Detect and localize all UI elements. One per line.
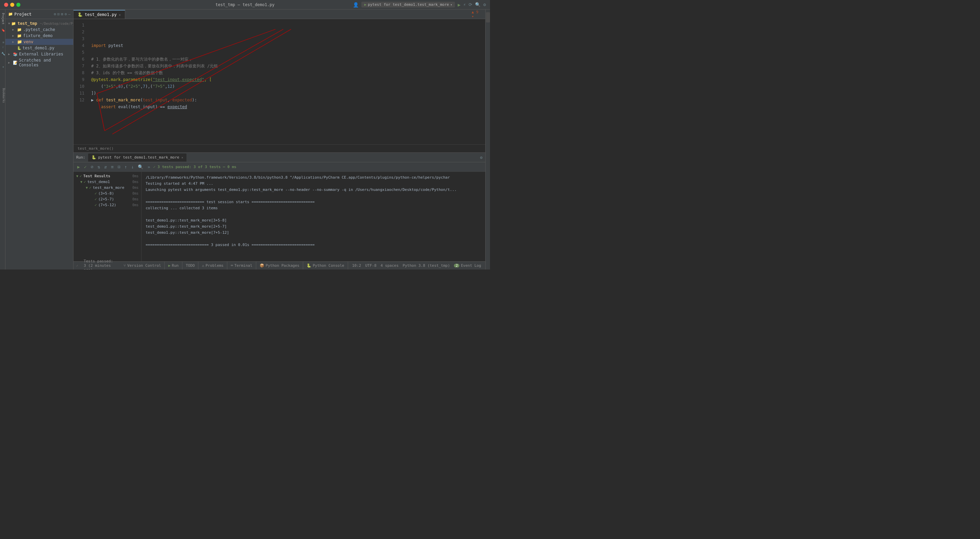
- test-results-header[interactable]: ▼ ✓ Test Results 0ms: [73, 173, 141, 179]
- python-version[interactable]: Python 3.8 (test_tmp): [402, 263, 450, 268]
- debug-icon[interactable]: ⟳: [469, 2, 472, 7]
- test-header-check: ✓: [80, 174, 82, 178]
- test-label-3: (3+5-8): [98, 191, 114, 196]
- line-numbers: 1 2 3 4 5 6 7 8 9 10 11 12: [73, 19, 87, 144]
- tab-test-demo1[interactable]: 🐍 test_demo1.py ✕: [73, 10, 125, 19]
- tree-item-venv[interactable]: ▶ 📁 venv: [5, 39, 73, 45]
- test-item-2+5[interactable]: ▶ ✓ (2+5-7) 0ms: [73, 196, 141, 202]
- run-panel: Run: 🐍 pytest for test_demo1.test_mark_m…: [73, 153, 485, 261]
- tree-item-root[interactable]: ▼ 📁 test_tmp ~/Desktop/code/Python/testP…: [5, 21, 73, 27]
- tree-item-ext-libs[interactable]: ▶ 📚 External Libraries: [5, 51, 73, 57]
- test-header-time: 0ms: [132, 174, 138, 178]
- sidebar-icon-favorites[interactable]: ★: [0, 64, 5, 69]
- run-expand-btn[interactable]: ⊡: [117, 164, 121, 170]
- search-icon-top[interactable]: 🔍: [475, 2, 480, 7]
- run-down-btn[interactable]: ↓: [130, 164, 135, 170]
- test-header-expand: ▼: [76, 174, 78, 178]
- panel-icon-hide[interactable]: —: [68, 12, 70, 16]
- code-content[interactable]: import pytest # 1、参数化的名字，要与方法中的参数名，一一对应，…: [87, 19, 485, 144]
- run-filter-btn[interactable]: ≡: [110, 164, 115, 170]
- run-search-btn[interactable]: 🔍: [137, 164, 144, 170]
- breadcrumb-text: test_mark_more(): [78, 146, 114, 151]
- run-sort2-btn[interactable]: ⇵: [103, 164, 108, 170]
- terminal-icon: ⌨: [231, 263, 233, 268]
- tree-item-scratches[interactable]: ▶ 📝 Scratches and Consoles: [5, 57, 73, 68]
- run-settings-icon[interactable]: ⚙: [480, 155, 482, 160]
- folder-icon-root: 📁: [11, 21, 16, 26]
- tab-label: test_demo1.py: [85, 12, 117, 17]
- minimize-button[interactable]: [10, 3, 14, 7]
- status-tab-terminal[interactable]: ⌨ Terminal: [227, 262, 256, 270]
- encoding: UTF-8: [365, 263, 376, 268]
- window-title: test_tmp – test_demo1.py: [215, 2, 274, 7]
- maximize-button[interactable]: [16, 3, 21, 7]
- title-bar-right: 👤 ▶ pytest for test_demo1.test_mark_more…: [353, 2, 486, 8]
- left-sidebar-icons: Project 🔖 ≡ ⑂ 🔧 ★ Bookmarks: [0, 10, 5, 269]
- sidebar-icon-tools[interactable]: 🔧: [0, 51, 5, 56]
- tree-root-path: ~/Desktop/code/Python/testPro/test_tmp: [40, 22, 73, 25]
- run-tab[interactable]: 🐍 pytest for test_demo1.test_mark_more ✕: [88, 153, 187, 162]
- ext-libs-icon: 📚: [13, 52, 18, 56]
- tree-item-test-demo1[interactable]: ▶ 🐍 test_demo1.py: [5, 45, 73, 51]
- run-sort1-btn[interactable]: ⇅: [96, 164, 101, 170]
- run-stop-btn[interactable]: ⊘: [90, 164, 95, 170]
- event-log-label: Event Log: [461, 263, 481, 268]
- build-icon[interactable]: ⚡: [463, 2, 466, 7]
- sidebar-icon-structure[interactable]: ≡: [0, 40, 5, 44]
- test-results-panel: ▼ ✓ Test Results 0ms ▼ ✓ test_demo1 0ms: [73, 172, 142, 261]
- close-button[interactable]: [4, 3, 8, 7]
- tree-root-label: test_tmp: [18, 21, 37, 26]
- indent-size: 4 spaces: [380, 263, 398, 268]
- status-tab-run[interactable]: ▶ Run: [165, 262, 182, 270]
- status-tab-python-packages[interactable]: 📦 Python Packages: [256, 262, 303, 270]
- test-item-test-demo1[interactable]: ▼ ✓ test_demo1 0ms: [73, 179, 141, 185]
- status-tab-python-console[interactable]: 🐍 Python Console: [303, 262, 348, 270]
- sidebar-icon-bookmark[interactable]: 🔖: [0, 27, 5, 33]
- panel-icon-settings[interactable]: ⚙: [54, 12, 56, 16]
- run-config-selector[interactable]: ▶ pytest for test_demo1.test_mark_more ▾: [361, 2, 455, 8]
- status-run-label: Run: [172, 263, 179, 268]
- status-py-pkg-label: Python Packages: [266, 263, 299, 268]
- folder-icon-fixture: 📁: [17, 34, 22, 38]
- right-sidebar-scrollbar[interactable]: [486, 12, 490, 22]
- settings-icon-top[interactable]: ⚙: [483, 2, 486, 7]
- status-bar: ✓ Tests passed: 3 (2 minutes ago) ⑂ Vers…: [73, 261, 485, 269]
- test-time-3: 0ms: [132, 192, 138, 195]
- sidebar-icon-bookmarks-bottom[interactable]: Bookmarks: [0, 87, 5, 104]
- panel-icon-expand[interactable]: ⊡: [57, 12, 60, 16]
- event-log-btn[interactable]: 2 Event Log: [454, 263, 481, 268]
- tab-close-button[interactable]: ✕: [119, 13, 121, 17]
- breadcrumb-bar: test_mark_more(): [73, 144, 485, 153]
- run-status-text: 3 tests passed: 3 of 3 tests – 0 ms: [158, 165, 237, 169]
- run-tab-close[interactable]: ✕: [181, 156, 183, 159]
- status-tab-todo[interactable]: TODO: [182, 262, 199, 270]
- status-tab-problems[interactable]: ⚠ Problems: [198, 262, 227, 270]
- profile-icon[interactable]: 👤: [353, 2, 359, 8]
- folder-icon-header: 📁: [8, 12, 13, 16]
- test-results-label: Test Results: [83, 174, 110, 178]
- project-panel-header: 📁 Project ⚙ ⊡ ⊞ ⚙ —: [5, 10, 73, 19]
- test-item-mark-more[interactable]: ▼ ✓ test_mark_more 0ms: [73, 185, 141, 191]
- run-label: Run:: [76, 155, 86, 160]
- expand-arrow-fixture: ▶: [12, 34, 16, 37]
- test-item-7+5[interactable]: ▶ ✓ (7+5-12) 0ms: [73, 202, 141, 208]
- panel-icon-gear[interactable]: ⚙: [65, 12, 67, 16]
- test-item-3+5[interactable]: ▶ ✓ (3+5-8) 0ms: [73, 191, 141, 196]
- run-up-btn[interactable]: ↑: [124, 164, 128, 170]
- tree-item-pytest-cache[interactable]: ▶ 📁 .pytest_cache: [5, 27, 73, 33]
- run-config-arrow: ▾: [450, 3, 452, 6]
- tree-item-fixture-demo[interactable]: ▶ 📁 fixture_demo: [5, 33, 73, 39]
- run-play-btn[interactable]: ▶: [76, 164, 81, 170]
- sidebar-icon-project[interactable]: Project: [0, 11, 5, 27]
- code-editor[interactable]: 1 2 3 4 5 6 7 8 9 10 11 12 import pytest…: [73, 19, 485, 144]
- run-tab-icon: 🐍: [92, 155, 96, 160]
- run-button-top[interactable]: ▶: [458, 2, 460, 8]
- status-bar-right: 10:2 UTF-8 4 spaces Python 3.8 (test_tmp…: [348, 263, 485, 268]
- run-check-btn[interactable]: ✓: [83, 164, 88, 170]
- panel-icon-collapse[interactable]: ⊞: [61, 12, 63, 16]
- run-more-btn[interactable]: »: [146, 164, 151, 170]
- sidebar-icon-git[interactable]: ⑂: [0, 45, 5, 50]
- git-icon: ⑂: [124, 263, 126, 268]
- status-tab-git[interactable]: ⑂ Version Control: [120, 262, 165, 270]
- test-label-2: (2+5-7): [98, 197, 114, 202]
